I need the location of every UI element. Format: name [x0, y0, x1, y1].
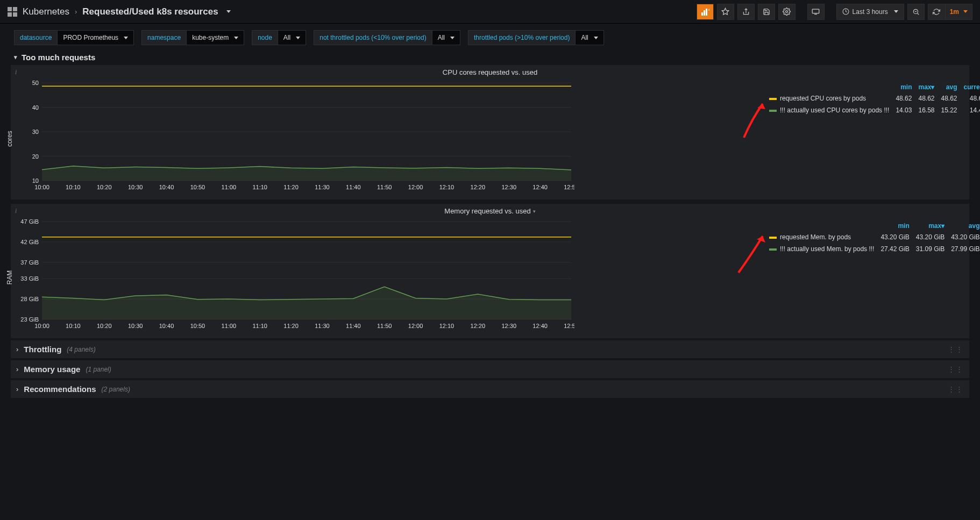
panel-memory-legend: min max▾ avg current requested Mem. by p…: [759, 216, 969, 338]
legend-row[interactable]: requested CPU cores by pods48.6248.6248.…: [766, 92, 980, 104]
dashboard-list-icon[interactable]: [8, 7, 17, 17]
settings-button[interactable]: [778, 4, 796, 20]
svg-text:10:40: 10:40: [159, 323, 174, 329]
legend-avg: 15.22: [938, 104, 961, 116]
legend-header-avg[interactable]: avg: [948, 220, 980, 231]
svg-text:12:50: 12:50: [564, 184, 574, 190]
svg-rect-2: [706, 9, 707, 16]
svg-text:12:00: 12:00: [408, 323, 423, 329]
time-range-label: Last 3 hours: [853, 8, 888, 16]
svg-text:10:10: 10:10: [66, 184, 81, 190]
row-toggle-recommendations[interactable]: ›Recommendations(2 panels)⋮⋮: [11, 380, 969, 398]
svg-text:28 GiB: 28 GiB: [20, 296, 39, 302]
variable-value-picker[interactable]: kube-system: [186, 30, 244, 45]
svg-text:10:30: 10:30: [128, 184, 143, 190]
legend-current: 48.62: [961, 92, 980, 104]
svg-text:10:50: 10:50: [190, 323, 205, 329]
svg-text:11:20: 11:20: [283, 323, 299, 329]
star-button[interactable]: [717, 4, 734, 20]
legend-header-max[interactable]: max▾: [915, 82, 938, 92]
panel-info-icon[interactable]: i: [15, 68, 17, 76]
row-drag-handle-icon[interactable]: ⋮⋮: [948, 345, 964, 353]
svg-rect-1: [704, 10, 705, 16]
variable-label: datasource: [14, 30, 57, 45]
breadcrumb-root[interactable]: Kubernetes: [23, 6, 69, 17]
svg-text:10:30: 10:30: [128, 323, 143, 329]
refresh-button[interactable]: [928, 4, 945, 20]
legend-header-series[interactable]: [766, 82, 892, 92]
row-title: Memory usage: [24, 365, 80, 374]
svg-text:12:50: 12:50: [564, 323, 574, 329]
svg-text:23 GiB: 23 GiB: [20, 316, 39, 323]
gear-icon: [783, 8, 791, 16]
legend-swatch-icon: [769, 110, 777, 112]
chevron-right-icon: ›: [16, 385, 18, 393]
svg-text:12:20: 12:20: [471, 323, 486, 329]
svg-marker-4: [722, 8, 729, 15]
legend-header-min[interactable]: min: [892, 82, 915, 92]
legend-current: 14.42: [961, 104, 980, 116]
chevron-right-icon: ›: [16, 365, 18, 373]
variable-value-picker[interactable]: PROD Prometheus: [57, 30, 134, 45]
chevron-right-icon: ›: [16, 345, 18, 353]
row-drag-handle-icon[interactable]: ⋮⋮: [948, 385, 964, 393]
breadcrumb-dashboard[interactable]: Requested/Used k8s resources: [82, 6, 218, 17]
variable-label: node: [252, 30, 278, 45]
dashboard-dropdown-caret-icon[interactable]: [226, 10, 231, 13]
panel-memory-title[interactable]: Memory requested vs. used ▾: [11, 204, 969, 216]
legend-header-avg[interactable]: avg: [938, 82, 961, 92]
legend-header-max[interactable]: max▾: [913, 220, 948, 231]
panel-cpu-legend: min max▾ avg current requested CPU cores…: [759, 77, 969, 200]
variable-datasource: datasourcePROD Prometheus: [14, 30, 134, 45]
star-icon: [721, 8, 729, 16]
top-toolbar: Kubernetes › Requested/Used k8s resource…: [0, 0, 980, 24]
svg-text:12:10: 12:10: [439, 323, 455, 329]
svg-text:12:40: 12:40: [532, 323, 548, 329]
legend-header-min[interactable]: min: [877, 220, 912, 231]
row-toggle-memory-usage[interactable]: ›Memory usage(1 panel)⋮⋮: [11, 360, 969, 378]
panel-cpu-graph[interactable]: cores 102030405010:0010:1010:2010:3010:4…: [11, 77, 759, 200]
svg-text:11:30: 11:30: [315, 323, 330, 329]
legend-row[interactable]: !!! actually used CPU cores by pods !!!1…: [766, 104, 980, 116]
legend-row[interactable]: !!! actually used Mem. by pods !!!27.42 …: [766, 243, 980, 255]
add-panel-button[interactable]: +: [697, 4, 714, 20]
caret-down-icon: [894, 10, 898, 13]
y-axis-label: cores: [6, 131, 13, 146]
row-toggle-throttling[interactable]: ›Throttling(4 panels)⋮⋮: [11, 340, 969, 358]
legend-swatch-icon: [769, 248, 777, 251]
refresh-rate-label: 1m: [950, 8, 959, 16]
panel-info-icon[interactable]: i: [15, 207, 17, 215]
row-toggle-too-much-requests[interactable]: ▾ Too much requests: [0, 49, 980, 65]
svg-line-10: [917, 13, 919, 15]
save-button[interactable]: [758, 4, 775, 20]
legend-swatch-icon: [769, 98, 777, 100]
variable-value-picker[interactable]: All: [575, 30, 603, 45]
row-drag-handle-icon[interactable]: ⋮⋮: [948, 365, 964, 373]
refresh-interval-picker[interactable]: 1m: [945, 4, 972, 20]
cycle-view-button[interactable]: [807, 4, 825, 20]
svg-text:47 GiB: 47 GiB: [20, 218, 39, 225]
time-range-picker[interactable]: Last 3 hours: [836, 4, 904, 20]
caret-down-icon: [124, 37, 128, 39]
variable-value-picker[interactable]: All: [432, 30, 460, 45]
zoom-out-button[interactable]: [907, 4, 925, 20]
row-panel-count: (4 panels): [67, 346, 95, 353]
legend-row[interactable]: requested Mem. by pods43.20 GiB43.20 GiB…: [766, 231, 980, 243]
legend-header-series[interactable]: [766, 220, 877, 231]
clock-icon: [842, 8, 849, 15]
legend-max: 31.09 GiB: [913, 243, 948, 255]
svg-text:+: +: [708, 8, 709, 12]
memory-chart-svg: 23 GiB28 GiB33 GiB37 GiB42 GiB47 GiB10:0…: [15, 218, 574, 331]
svg-rect-6: [812, 9, 819, 13]
caret-down-icon: [963, 10, 968, 13]
panel-cpu-title[interactable]: CPU cores requested vs. used: [11, 65, 969, 77]
share-button[interactable]: [737, 4, 755, 20]
row-panel-count: (1 panel): [86, 366, 111, 373]
variable-value-picker[interactable]: All: [278, 30, 306, 45]
legend-header-current[interactable]: current: [961, 82, 980, 92]
variable-throttled-pods-10-over-period-: throttled pods (>10% over period)All: [468, 30, 604, 45]
svg-text:37 GiB: 37 GiB: [20, 259, 39, 266]
caret-down-icon: [234, 37, 238, 39]
panel-memory-graph[interactable]: RAM 23 GiB28 GiB33 GiB37 GiB42 GiB47 GiB…: [11, 216, 759, 338]
row-title: Recommendations: [24, 384, 96, 394]
